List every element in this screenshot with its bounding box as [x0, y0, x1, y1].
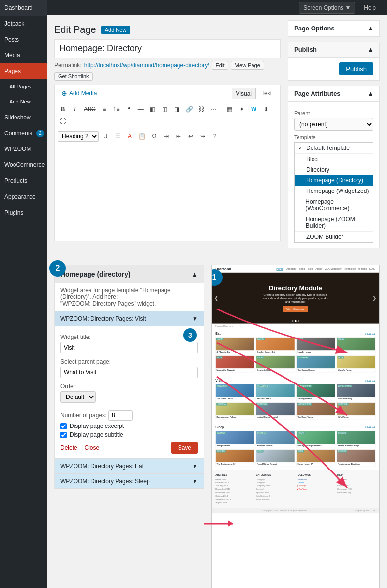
fullscreen-button[interactable]: ⛶: [58, 116, 68, 127]
template-option-homepage-zoom[interactable]: Homepage (ZOOM Builder): [295, 214, 373, 231]
widget-save-button[interactable]: Save: [171, 442, 198, 454]
visual-tab[interactable]: Visual: [232, 88, 256, 99]
close-link[interactable]: Close: [84, 444, 99, 451]
widget-title-input[interactable]: [60, 342, 198, 353]
template-option-default[interactable]: ✓ Default Template: [295, 143, 373, 154]
outdent-button[interactable]: ⇤: [173, 131, 184, 142]
collapse-icon: ▲: [191, 270, 198, 278]
align-left-button[interactable]: ◧: [148, 104, 158, 115]
page-options-header[interactable]: Page Options ▲: [288, 21, 379, 36]
num-pages-input[interactable]: [108, 410, 133, 421]
sidebar-item-posts[interactable]: Posts: [0, 32, 47, 48]
parent-select[interactable]: (no parent): [294, 118, 373, 131]
template-option-homepage-widgetized[interactable]: Homepage (Widgetized): [295, 186, 373, 196]
permalink-edit-button[interactable]: Edit: [212, 61, 229, 70]
template-option-blog[interactable]: Blog: [295, 154, 373, 164]
paste-text-button[interactable]: 📋: [136, 131, 148, 142]
order-select[interactable]: Default: [60, 391, 96, 403]
publish-button[interactable]: Publish: [339, 62, 373, 75]
eat-view-all[interactable]: VIEW ALL: [365, 332, 375, 335]
widget-panel-desc: Widget area for page template "Homepage …: [55, 283, 204, 311]
justify-button[interactable]: ☰: [112, 131, 123, 142]
get-shortlink-button[interactable]: Get Shortlink: [54, 72, 93, 81]
bold-button[interactable]: B: [58, 104, 68, 115]
undo-button[interactable]: ↩: [185, 131, 196, 142]
template-option-homepage-woocommerce[interactable]: Homepage (WooCommerce): [295, 196, 373, 214]
parent-page-label: Select parent page:: [60, 358, 198, 365]
sidebar-item-dashboard[interactable]: Dashboard: [0, 0, 47, 16]
sidebar-item-pages[interactable]: Pages: [0, 63, 47, 79]
special-button[interactable]: ✦: [237, 104, 247, 115]
hero-cta-button[interactable]: View Directory: [283, 306, 308, 312]
visit-section-title: Visit: [215, 379, 222, 382]
italic-button[interactable]: I: [70, 104, 80, 115]
widget-eat-header[interactable]: WPZOOM: Directory Pages: Eat ▼: [55, 459, 204, 473]
editor-content-area[interactable]: [55, 144, 280, 241]
display-excerpt-checkbox[interactable]: [60, 423, 67, 429]
char-map-button[interactable]: Ω: [149, 131, 160, 142]
align-center-button[interactable]: ◫: [160, 104, 170, 115]
delete-link[interactable]: Delete: [60, 444, 77, 451]
template-option-homepage-directory[interactable]: Homepage (Directory): [295, 175, 373, 186]
widget-panel: Homepage (directory) ▲ Widget area for p…: [54, 265, 204, 489]
ul-button[interactable]: ≡: [99, 104, 110, 115]
template-option-directory[interactable]: Directory: [295, 164, 373, 175]
strikethrough-button[interactable]: ABC: [82, 104, 98, 115]
sleep-section-header: Sleep VIEW ALL: [215, 426, 375, 429]
sidebar-item-comments[interactable]: Comments 2: [0, 126, 47, 142]
blockquote-button[interactable]: ❝: [123, 104, 134, 115]
eat-card-4: ITALIAN Mario & ...: [337, 337, 376, 354]
sidebar-item-appearance[interactable]: Appearance: [0, 189, 47, 205]
redo-button[interactable]: ↪: [197, 131, 208, 142]
eat-grid-row2: PIZZA Mama Mia Pizzeria ITALIAN Gelato &…: [215, 355, 375, 372]
template-option-zoom-builder[interactable]: ZOOM Builder: [295, 231, 373, 242]
publish-box-header[interactable]: Publish ▲: [288, 42, 379, 58]
format-select[interactable]: Heading 2: [58, 131, 99, 142]
page-attributes-header[interactable]: Page Attributes ▲: [288, 86, 379, 102]
sidebar-item-woocommerce[interactable]: WooCommerce: [0, 157, 47, 173]
sidebar-item-slideshow[interactable]: Slideshow: [0, 110, 47, 126]
page-title-display[interactable]: Homepage: Directory: [54, 39, 281, 58]
widget-sleep-header[interactable]: WPZOOM: Directory Pages: Sleep ▼: [55, 474, 204, 488]
visit-card-8: HISTORICAL Eiffel Tower: [337, 402, 376, 419]
widget-panel-header[interactable]: Homepage (directory) ▲: [55, 265, 204, 283]
indent-button[interactable]: ⇥: [161, 131, 172, 142]
underline-button[interactable]: U: [100, 131, 111, 142]
sidebar-item-jetpack[interactable]: Jetpack: [0, 16, 47, 32]
insert-more-button[interactable]: ⋯: [208, 104, 219, 115]
sidebar-item-plugins[interactable]: Plugins: [0, 205, 47, 221]
more-options-button[interactable]: ⬇: [261, 104, 271, 115]
help-editor-button[interactable]: ?: [209, 131, 220, 142]
display-subtitle-checkbox[interactable]: [60, 432, 67, 438]
footer-archives: ARCHIVES March 2014February 2014January …: [215, 474, 253, 504]
sidebar-item-wpzoom[interactable]: WPZOOM: [0, 141, 47, 157]
sidebar-item-media[interactable]: Media: [0, 47, 47, 63]
help-button[interactable]: Help: [360, 2, 380, 13]
permalink-url[interactable]: http://localhost/wp/diamond/homepage-dir…: [84, 62, 209, 69]
view-page-button[interactable]: View Page: [231, 61, 264, 70]
sidebar-item-add-new[interactable]: Add New: [0, 94, 47, 109]
visit-card-6: HISTORICAL United States Capitol: [256, 402, 295, 419]
text-color-button[interactable]: A: [124, 131, 135, 142]
text-tab[interactable]: Text: [257, 88, 276, 99]
parent-page-input[interactable]: [60, 367, 198, 378]
sleep-view-all[interactable]: VIEW ALL: [365, 426, 375, 428]
widget-title-label: Widget title:: [60, 334, 198, 340]
add-new-button[interactable]: Add New: [101, 26, 131, 34]
wp-button[interactable]: W: [249, 104, 259, 115]
sidebar-item-all-pages[interactable]: All Pages: [0, 79, 47, 94]
ol-button[interactable]: 1≡: [111, 104, 122, 115]
sidebar-item-products[interactable]: Products: [0, 173, 47, 189]
screen-options-button[interactable]: Screen Options ▼: [299, 2, 355, 14]
hr-button[interactable]: —: [135, 104, 146, 115]
align-right-button[interactable]: ◨: [172, 104, 182, 115]
visit-view-all[interactable]: VIEW ALL: [365, 379, 375, 382]
link-button[interactable]: 🔗: [184, 104, 195, 115]
preview-footer: ARCHIVES March 2014February 2014January …: [212, 470, 379, 508]
add-media-button[interactable]: ⊕ Add Media: [59, 88, 100, 99]
table-button[interactable]: ▦: [224, 104, 235, 115]
preview-header: Diamond Home Directory Shop Blog About Z…: [212, 265, 379, 273]
unlink-button[interactable]: ⛓: [196, 104, 207, 115]
sleep-card-4: BUSINESS This is a Hotel's Page: [337, 431, 376, 448]
widget-visit-header[interactable]: WPZOOM: Directory Pages: Visit ▼: [55, 311, 204, 326]
